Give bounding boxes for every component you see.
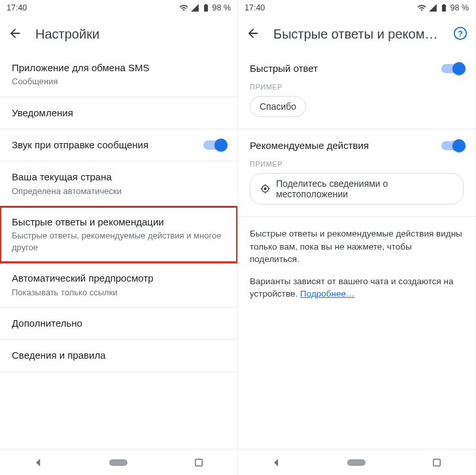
item-auto-preview[interactable]: Автоматический предпросмотр Показывать т… [0,263,237,308]
page-title: Настройки [35,27,230,42]
info-para-1: Быстрые ответы и рекомендуемые действия … [250,227,464,266]
info-text: Быстрые ответы и рекомендуемые действия … [238,217,475,320]
app-bar: Быстрые ответы и рекоменд… ? [238,16,475,52]
info-para-2: Варианты зависят от вашего чата и создаю… [250,275,464,301]
example-caption: ПРИМЕР [250,83,464,91]
location-icon [260,183,271,195]
arrow-back-icon [8,26,22,41]
nav-back-icon[interactable] [271,457,282,468]
help-button[interactable]: ? [453,26,468,42]
system-nav [238,449,475,475]
wifi-icon [417,3,426,12]
back-button[interactable] [8,26,22,42]
toggle-quick-reply[interactable] [441,64,464,73]
signal-icon [428,3,437,12]
arrow-back-icon [246,26,260,41]
status-icons: 98 % [417,3,469,12]
section-title: Быстрый ответ [250,63,318,74]
svg-point-3 [264,188,266,190]
example-chip-thanks[interactable]: Спасибо [250,96,306,117]
item-title: Сведения и правила [12,349,226,362]
item-sub: Показывать только ссылки [12,287,226,299]
section-title: Рекомендуемые действия [250,140,369,151]
status-bar: 17:40 98 % [238,0,475,16]
item-smart-replies[interactable]: Быстрые ответы и рекомендации Быстрые от… [0,206,237,263]
chip-label: Спасибо [260,101,296,112]
svg-text:?: ? [458,28,463,38]
signal-icon [190,3,199,12]
item-sub: Определена автоматически [12,186,226,197]
battery-pct: 98 % [212,3,231,12]
system-nav [0,449,237,475]
settings-list: Приложение для обмена SMS Сообщения Увед… [0,52,237,449]
back-button[interactable] [246,26,260,42]
status-time: 17:40 [7,3,27,12]
nav-home-icon[interactable] [347,459,366,466]
smart-reply-screen: 17:40 98 % Быстрые ответы и рекоменд… ? … [238,0,476,475]
item-sms-app[interactable]: Приложение для обмена SMS Сообщения [0,52,237,97]
item-title: Автоматический предпросмотр [12,272,226,285]
item-country[interactable]: Ваша текущая страна Определена автоматич… [0,161,237,206]
battery-icon [201,3,211,12]
nav-back-icon[interactable] [33,457,44,468]
section-suggested-actions: Рекомендуемые действия ПРИМЕР Поделитесь… [238,129,475,217]
item-about[interactable]: Сведения и правила [0,340,237,372]
nav-recent-icon[interactable] [193,457,205,468]
item-advanced[interactable]: Дополнительно [0,308,237,340]
svg-rect-5 [434,459,441,466]
battery-icon [439,3,449,12]
item-title: Ваша текущая страна [12,171,226,184]
svg-rect-0 [196,459,203,466]
toggle-suggested-actions[interactable] [441,141,464,150]
status-bar: 17:40 98 % [0,0,237,16]
item-title: Уведомления [12,106,226,120]
nav-home-icon[interactable] [109,459,128,466]
example-caption: ПРИМЕР [250,160,464,168]
battery-pct: 98 % [450,3,469,12]
item-notifications[interactable]: Уведомления [0,97,237,129]
nav-recent-icon[interactable] [431,457,443,468]
learn-more-link[interactable]: Подробнее… [300,289,355,299]
help-icon: ? [453,26,468,41]
page-title: Быстрые ответы и рекоменд… [273,27,440,42]
item-title: Звук при отправке сообщения [12,139,196,152]
item-sub: Быстрые ответы, рекомендуемые действия и… [12,230,226,253]
settings-screen: 17:40 98 % Настройки Приложение для обме… [0,0,238,475]
item-title: Быстрые ответы и рекомендации [12,216,226,229]
item-sub: Сообщения [12,76,226,88]
item-send-sound[interactable]: Звук при отправке сообщения [0,129,237,161]
chip-label: Поделитесь сведениями о местоположении [276,178,454,199]
wifi-icon [179,3,188,12]
section-quick-reply: Быстрый ответ ПРИМЕР Спасибо [238,52,475,129]
app-bar: Настройки [0,16,237,52]
status-icons: 98 % [179,3,231,12]
toggle-send-sound[interactable] [203,140,226,150]
example-chip-location[interactable]: Поделитесь сведениями о местоположении [250,173,464,205]
item-title: Приложение для обмена SMS [12,61,226,74]
status-time: 17:40 [245,3,265,12]
item-title: Дополнительно [12,317,226,330]
